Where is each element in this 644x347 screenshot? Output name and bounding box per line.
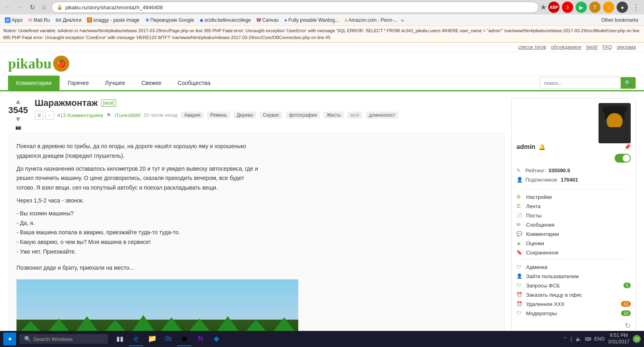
tag-remen[interactable]: Ремень xyxy=(207,112,230,119)
bookmark-canvas[interactable]: W Canvas xyxy=(254,17,281,24)
tag-avariya[interactable]: Авария xyxy=(181,112,204,119)
link-faq[interactable]: FAQ xyxy=(603,44,612,50)
ext-icon-2[interactable]: 3 xyxy=(562,2,573,13)
bookmark-dialogi[interactable]: ВК Диалоги xyxy=(53,17,84,24)
link-lenta[interactable]: ☰ Лента xyxy=(516,202,631,211)
bookmark-apps[interactable]: ⊞ Apps xyxy=(2,17,25,24)
link-adminka[interactable]: 🛡 Админка xyxy=(516,262,631,272)
tab-kommentarii[interactable]: Комментарии xyxy=(8,76,60,90)
link-pizza[interactable]: ⏰ Заказать пиццу в офис xyxy=(516,290,631,299)
pizza-label: Заказать пиццу в офис xyxy=(526,292,582,298)
taskbar-search[interactable]: 🔍 Search Windows xyxy=(19,334,108,344)
ext-icon-5[interactable]: a xyxy=(603,2,614,13)
start-button[interactable]: ✦ xyxy=(3,333,16,345)
vote-down-button[interactable]: ▼ xyxy=(14,116,22,123)
scidiv-label: scidiv.bellevuecollege xyxy=(204,17,251,23)
search-input[interactable] xyxy=(540,78,621,89)
speaker-icon[interactable]: 🔈 xyxy=(576,336,582,342)
taskbar-app-store[interactable]: 🛍 xyxy=(161,332,175,346)
rating-icon: ✎ xyxy=(516,166,523,175)
link-reklama[interactable]: реклама xyxy=(617,44,636,50)
taskbar-app-chrome[interactable]: ◉ xyxy=(177,332,192,346)
tag-zhest[interactable]: Жесть xyxy=(323,112,344,119)
refresh-button[interactable]: ↻ xyxy=(27,2,38,13)
tab-svezhee[interactable]: Свежее xyxy=(133,76,169,90)
windows-icon: ✦ xyxy=(7,335,12,343)
ext-icon-3[interactable]: ▶ xyxy=(576,2,587,13)
scidiv-icon: ◆ xyxy=(200,17,203,23)
link-fsb[interactable]: 🛡 Запросы ФСБ 5 xyxy=(516,281,631,290)
link-tegs[interactable]: список тегов xyxy=(518,44,546,50)
tag-foto[interactable]: фотография xyxy=(286,112,320,119)
address-bar[interactable]: 🔒 pikabu.ru/story/sharazhmontazh_4946408 xyxy=(52,2,539,13)
bookmarks-more[interactable]: » xyxy=(401,17,404,23)
link-kommentarii[interactable]: 💬 Комментарии xyxy=(516,229,631,239)
bookmark-icon[interactable]: ⚑ xyxy=(106,112,111,118)
network-icon[interactable]: 〈 xyxy=(570,336,572,343)
vote-up-button[interactable]: ▲ xyxy=(14,98,22,105)
article-area: ▲ 3545 ▼ 📷 Шаражмонтаж [моё] ☰ xyxy=(8,98,505,347)
tag-derevo[interactable]: Дерево xyxy=(233,112,256,119)
tab-luchshee[interactable]: Лучшее xyxy=(97,76,133,90)
home-button[interactable]: ⌂ xyxy=(39,2,50,13)
minus-icon[interactable]: − xyxy=(45,111,54,120)
language-label[interactable]: ENG xyxy=(594,336,605,342)
link-moderators[interactable]: 🛡 Модераторы 10 xyxy=(516,309,631,318)
tab-soobshchestva[interactable]: Сообщества xyxy=(169,76,218,90)
tag-dlinnpost[interactable]: длиннопост xyxy=(365,112,398,119)
toggle-switch[interactable] xyxy=(615,154,631,163)
post-time: 15 часов назад xyxy=(144,112,178,118)
link-posty[interactable]: 📄 Посты xyxy=(516,211,631,220)
bookmark-wardog[interactable]: ● Fully posable Wardog... xyxy=(282,17,341,24)
keyboard-icon[interactable]: ⌨ xyxy=(585,337,591,342)
taskbar-app-vscode[interactable]: ◆ xyxy=(209,332,224,346)
search-button[interactable]: 🔍 xyxy=(621,77,636,89)
date-display: 3/31/2017 xyxy=(608,339,630,345)
bookmark-translate[interactable]: ✱ Переводчик Google xyxy=(143,17,197,24)
post-dialog-1: - Вы хозяин машины? xyxy=(17,209,496,219)
pikabu-logo[interactable]: pikabu 🍎 xyxy=(8,55,69,72)
taskbar-time[interactable]: 9:51 PM 3/31/2017 xyxy=(608,333,630,345)
save-icon[interactable]: 📷 xyxy=(15,124,21,130)
notification-count[interactable]: 33 xyxy=(633,335,641,343)
back-button[interactable]: ← xyxy=(2,2,14,13)
ext-icon-4[interactable]: T xyxy=(589,2,601,13)
bookmark-snaggy[interactable]: S snaggy - paste image xyxy=(85,17,142,24)
star-icon[interactable]: ★ xyxy=(540,3,547,12)
link-obsuzhdaemoe[interactable]: обсуждаемое xyxy=(551,44,582,50)
author-link[interactable]: iTunes666f xyxy=(115,112,140,118)
bookmark-scidiv[interactable]: ◆ scidiv.bellevuecollege xyxy=(197,17,253,24)
taskbar-app-explorer[interactable]: 📁 xyxy=(145,332,159,346)
fsb-icon: 🛡 xyxy=(516,283,523,288)
tab-goryachee[interactable]: Горячее xyxy=(60,76,97,90)
bookmark-mailru[interactable]: ✉ Mail.Ru xyxy=(26,17,52,24)
deleted-label: Удаленное ХХХ xyxy=(526,301,564,307)
mailru-label: Mail.Ru xyxy=(33,17,50,23)
comments-link[interactable]: 413 Комментариев xyxy=(57,112,103,118)
post-moe-tag[interactable]: [моё] xyxy=(101,99,116,107)
link-nastroyki[interactable]: ⚙ Настройки xyxy=(516,192,631,202)
taskbar-app-onenote[interactable]: N xyxy=(193,332,208,346)
tag-moe[interactable]: моё xyxy=(347,112,363,119)
taskbar-app-taskview[interactable]: ▮▮ xyxy=(113,332,127,346)
abp-icon[interactable]: ABP xyxy=(548,2,559,13)
taskbar-app-edge[interactable]: e xyxy=(129,332,143,346)
refresh-sidebar-button[interactable]: ↻ xyxy=(625,321,631,330)
link-ocenki[interactable]: ▲ Оценки xyxy=(516,239,631,248)
link-sohranennoe[interactable]: 🔖 Сохраненное xyxy=(516,248,631,257)
settings-shortcut-icon[interactable]: 📌 xyxy=(624,144,631,150)
tag-servis[interactable]: Сервис xyxy=(260,112,283,119)
notification-icon[interactable]: 🔔 xyxy=(539,144,545,150)
other-bookmarks[interactable]: Other bookmarks xyxy=(598,17,642,24)
bookmark-amazon[interactable]: a Amazon.com : Penn-... xyxy=(342,17,400,24)
link-moe[interactable]: [моё] xyxy=(586,44,597,50)
forward-button[interactable]: → xyxy=(14,2,26,13)
apps-icon: ⊞ xyxy=(5,17,10,23)
ext-icon-6[interactable]: ■ xyxy=(617,2,628,13)
list-icon[interactable]: ☰ xyxy=(35,111,43,120)
chevron-up-icon[interactable]: ⌃ xyxy=(563,336,567,342)
link-soobshcheniya[interactable]: ✉ Сообщения xyxy=(516,220,631,229)
link-zayti[interactable]: 👤 Зайти пользователем xyxy=(516,272,631,281)
link-deleted[interactable]: ⏰ Удаленное ХХХ 43 xyxy=(516,299,631,309)
more-button[interactable]: ⋮ xyxy=(630,2,642,13)
